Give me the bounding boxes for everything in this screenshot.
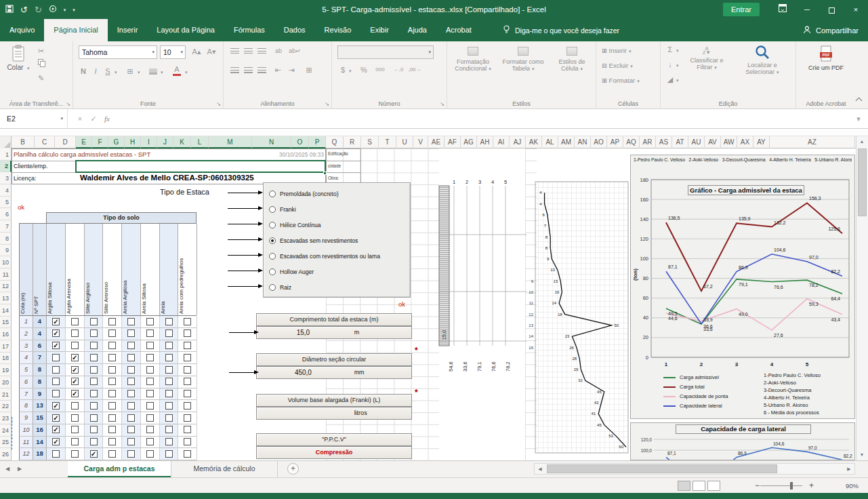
soil-checkbox[interactable]: [146, 342, 154, 349]
row-header-3[interactable]: 3: [0, 172, 12, 184]
soil-checkbox[interactable]: [71, 402, 79, 410]
decrease-decimal-icon[interactable]: ,00→: [408, 64, 421, 75]
column-header-AJ[interactable]: AJ: [510, 136, 526, 148]
column-header-AO[interactable]: AO: [591, 136, 607, 148]
ribbon-display-options-icon[interactable]: [770, 0, 795, 19]
close-button[interactable]: ×: [844, 0, 868, 19]
formula-bar-expand-icon[interactable]: ▾: [852, 109, 865, 128]
soil-checkbox[interactable]: [184, 426, 191, 433]
soil-checkbox[interactable]: [108, 330, 116, 337]
row-header-18[interactable]: 18: [0, 353, 12, 364]
ribbon-tab-pagina-inicial[interactable]: Página Inicial: [44, 19, 107, 41]
scroll-right-icon[interactable]: ▶: [844, 464, 854, 475]
soil-checkbox[interactable]: [52, 354, 60, 361]
sheet-tab-memoria-de-calculo[interactable]: Memória de cálculo: [171, 461, 278, 477]
page-layout-view-button[interactable]: [693, 481, 705, 491]
row-header-15[interactable]: 15: [0, 317, 12, 328]
zoom-slider[interactable]: [760, 485, 802, 486]
soil-checkbox[interactable]: ✓: [52, 414, 60, 422]
soil-checkbox[interactable]: [165, 414, 173, 422]
soil-checkbox[interactable]: ✓: [71, 390, 79, 397]
soil-checkbox[interactable]: [127, 402, 135, 410]
ribbon-tab-revisao[interactable]: Revisão: [315, 19, 361, 41]
soil-checkbox[interactable]: [90, 414, 98, 422]
dialog-launcher-icon[interactable]: ↘: [440, 101, 445, 107]
soil-checkbox[interactable]: ✓: [71, 378, 79, 385]
delete-cells-button[interactable]: ⊟ Excluir▾: [602, 59, 633, 73]
fill-color-caret-icon[interactable]: ▾: [161, 67, 163, 78]
radio-option-franki[interactable]: Franki: [269, 203, 407, 216]
row-header-16[interactable]: 16: [0, 328, 12, 340]
soil-checkbox[interactable]: [90, 402, 98, 410]
soil-checkbox[interactable]: [52, 378, 60, 385]
column-header-AL[interactable]: AL: [542, 136, 558, 148]
clear-icon[interactable]: ◢: [665, 74, 676, 85]
soil-checkbox[interactable]: [108, 390, 116, 397]
lateral-capacity-chart[interactable]: 120,0100,087,186,9104,697,082,2 Capacida…: [630, 422, 855, 460]
row-header-7[interactable]: 7: [0, 220, 12, 233]
soil-checkbox[interactable]: [146, 366, 154, 374]
create-pdf-button[interactable]: PDF Crie um PDF: [804, 45, 848, 71]
sign-in-button[interactable]: Entrar: [723, 3, 760, 16]
merge-center-icon[interactable]: ⊞: [302, 64, 316, 75]
soil-checkbox[interactable]: [71, 438, 79, 445]
page-break-view-button[interactable]: [707, 481, 720, 491]
diametro-value-row[interactable]: 450,0 mm: [256, 366, 412, 379]
insert-cells-button[interactable]: ⊞ Inserir▾: [602, 44, 632, 58]
soil-checkbox[interactable]: [184, 450, 191, 458]
soil-checkbox[interactable]: ✓: [52, 342, 60, 349]
row-header-20[interactable]: 20: [0, 376, 12, 388]
percent-style-icon[interactable]: %: [359, 64, 369, 75]
enter-icon[interactable]: ✓: [87, 109, 100, 128]
decrease-indent-icon[interactable]: ⇤: [272, 64, 283, 75]
font-size-select[interactable]: 10▾: [160, 45, 186, 59]
soil-checkbox[interactable]: [184, 390, 191, 397]
soil-checkbox[interactable]: [184, 342, 191, 349]
vertical-scrollbar[interactable]: ▲ ▼: [856, 136, 868, 460]
row-header-21[interactable]: 21: [0, 388, 12, 401]
soil-checkbox[interactable]: [165, 438, 173, 445]
column-header-AG[interactable]: AG: [461, 136, 477, 148]
row-header-8[interactable]: 8: [0, 233, 12, 245]
row-header-26[interactable]: 26: [0, 448, 12, 460]
accounting-caret-icon[interactable]: ▾: [349, 66, 352, 77]
soil-checkbox[interactable]: [71, 330, 79, 337]
soil-checkbox[interactable]: [184, 330, 191, 337]
soil-checkbox[interactable]: [165, 402, 173, 410]
column-header-AM[interactable]: AM: [558, 136, 575, 148]
align-left-icon[interactable]: [230, 67, 239, 74]
column-header-G[interactable]: G: [108, 136, 125, 148]
radio-option-raiz[interactable]: Raiz: [269, 281, 407, 294]
column-header-AV[interactable]: AV: [705, 136, 721, 148]
radio-option-hollow-auger[interactable]: Hollow Auger: [269, 265, 407, 279]
soil-checkbox[interactable]: ✓: [52, 318, 60, 325]
soil-checkbox[interactable]: [90, 378, 98, 385]
align-top-icon[interactable]: [230, 48, 239, 55]
column-header-AY[interactable]: AY: [753, 136, 770, 148]
column-header-AT[interactable]: AT: [672, 136, 688, 148]
soil-checkbox[interactable]: [165, 426, 173, 433]
column-header-AZ[interactable]: AZ: [770, 136, 855, 148]
column-header-AK[interactable]: AK: [526, 136, 542, 148]
copy-icon[interactable]: [38, 59, 45, 70]
soil-checkbox[interactable]: ✓: [52, 426, 60, 433]
font-name-select[interactable]: Tahoma▾: [79, 45, 157, 59]
radio-option-escavadas-com-revestimentos-ou-lama[interactable]: Escavadas com revestimentos ou lama: [269, 250, 407, 263]
increase-font-size-icon[interactable]: A▴: [190, 46, 203, 57]
soil-checkbox[interactable]: [146, 438, 154, 445]
autosum-caret-icon[interactable]: ▾: [676, 45, 679, 56]
row-header-25[interactable]: 25: [0, 437, 12, 448]
soil-checkbox[interactable]: [127, 414, 135, 422]
conditional-formatting-button[interactable]: Formatação Condicional▾: [449, 47, 497, 73]
soil-checkbox[interactable]: [108, 342, 116, 349]
minimize-button[interactable]: ─: [795, 0, 819, 19]
row-header-6[interactable]: 6: [0, 208, 12, 220]
soil-checkbox[interactable]: [127, 426, 135, 433]
column-header-L[interactable]: L: [191, 136, 209, 148]
row-header-14[interactable]: 14: [0, 304, 12, 317]
row-header-9[interactable]: 9: [0, 245, 12, 256]
wrap-text-icon[interactable]: ab↵: [289, 45, 301, 56]
volume-value-row[interactable]: litros: [256, 407, 412, 420]
soil-checkbox[interactable]: [146, 318, 154, 325]
soil-checkbox[interactable]: [108, 366, 116, 374]
